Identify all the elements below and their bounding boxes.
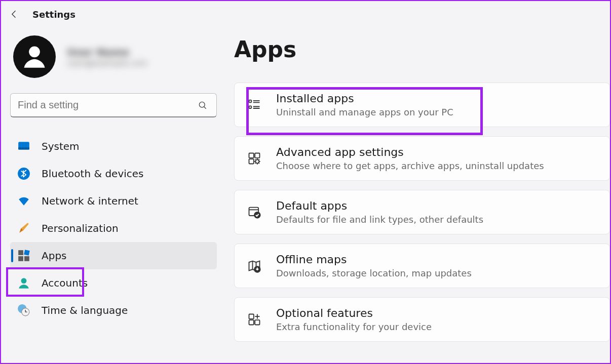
monitor-icon <box>17 140 30 153</box>
sidebar-item-label: Bluetooth & devices <box>42 168 144 180</box>
card-installed-apps[interactable]: Installed apps Uninstall and manage apps… <box>234 83 610 127</box>
profile-name: User Name <box>67 46 147 58</box>
card-offline-maps[interactable]: Offline maps Downloads, storage location… <box>234 244 610 288</box>
sidebar-item-label: System <box>42 140 80 152</box>
svg-rect-5 <box>18 250 23 255</box>
sidebar-item-apps[interactable]: Apps <box>10 242 217 269</box>
card-subtitle: Downloads, storage location, map updates <box>276 268 472 278</box>
svg-rect-7 <box>18 256 23 261</box>
sidebar-item-time[interactable]: Time & language <box>10 297 217 324</box>
card-title: Offline maps <box>276 253 472 266</box>
sidebar-item-personalization[interactable]: Personalization <box>10 215 217 242</box>
grid-gear-icon <box>247 151 262 166</box>
card-default-apps[interactable]: Default apps Defaults for file and link … <box>234 190 610 234</box>
wifi-icon <box>17 194 30 208</box>
card-title: Optional features <box>276 307 432 319</box>
sidebar-item-label: Time & language <box>42 304 128 316</box>
profile-block[interactable]: User Name user@example.com <box>10 35 224 78</box>
svg-point-4 <box>18 168 30 180</box>
back-button[interactable] <box>8 8 20 20</box>
search-input[interactable] <box>10 93 217 117</box>
search-icon <box>198 100 208 110</box>
card-subtitle: Extra functionality for your device <box>276 321 432 332</box>
sidebar-item-system[interactable]: System <box>10 133 217 160</box>
sidebar-item-accounts[interactable]: Accounts <box>10 269 217 297</box>
svg-point-1 <box>199 102 205 107</box>
svg-point-9 <box>21 278 27 284</box>
list-icon <box>247 97 262 112</box>
card-subtitle: Choose where to get apps, archive apps, … <box>276 160 544 171</box>
card-list: Installed apps Uninstall and manage apps… <box>234 83 610 342</box>
sidebar-item-label: Network & internet <box>42 195 138 207</box>
app-title: Settings <box>32 9 75 20</box>
main-content: Apps Installed apps Uninstall and manage… <box>229 25 610 362</box>
svg-point-0 <box>29 46 40 57</box>
arrow-left-icon <box>9 9 19 19</box>
titlebar: Settings <box>1 1 610 25</box>
card-subtitle: Defaults for file and link types, other … <box>276 214 483 225</box>
page-title: Apps <box>234 36 610 62</box>
svg-rect-12 <box>249 100 252 103</box>
svg-rect-22 <box>249 320 254 325</box>
profile-text: User Name user@example.com <box>67 46 147 68</box>
card-optional-features[interactable]: Optional features Extra functionality fo… <box>234 297 610 342</box>
brush-icon <box>17 222 30 235</box>
svg-rect-15 <box>255 153 259 158</box>
search-box[interactable] <box>10 93 217 117</box>
svg-rect-13 <box>249 106 252 108</box>
sidebar-item-label: Apps <box>42 250 67 262</box>
card-title: Default apps <box>276 199 483 212</box>
person-icon <box>20 42 49 71</box>
svg-rect-16 <box>249 159 254 164</box>
card-title: Advanced app settings <box>276 146 544 158</box>
sidebar-item-label: Personalization <box>42 222 119 234</box>
grid-plus-icon <box>247 312 262 327</box>
svg-rect-23 <box>255 320 259 325</box>
svg-rect-8 <box>24 256 29 261</box>
avatar <box>13 35 56 78</box>
svg-rect-14 <box>249 153 254 158</box>
svg-rect-6 <box>24 250 30 256</box>
bluetooth-icon <box>17 167 30 180</box>
card-subtitle: Uninstall and manage apps on your PC <box>276 107 453 117</box>
profile-email: user@example.com <box>67 58 147 68</box>
card-advanced-app-settings[interactable]: Advanced app settings Choose where to ge… <box>234 136 610 181</box>
sidebar-item-network[interactable]: Network & internet <box>10 187 217 215</box>
svg-rect-3 <box>18 147 29 149</box>
sidebar-item-label: Accounts <box>42 277 88 289</box>
card-title: Installed apps <box>276 92 453 105</box>
map-download-icon <box>247 258 262 273</box>
svg-rect-21 <box>249 314 254 319</box>
window-check-icon <box>247 205 262 220</box>
apps-icon <box>17 249 30 262</box>
account-icon <box>17 276 30 290</box>
sidebar: User Name user@example.com System Blueto… <box>1 25 229 362</box>
sidebar-item-bluetooth[interactable]: Bluetooth & devices <box>10 160 217 187</box>
nav-list: System Bluetooth & devices Network & int… <box>10 133 224 324</box>
clock-globe-icon <box>17 304 30 317</box>
